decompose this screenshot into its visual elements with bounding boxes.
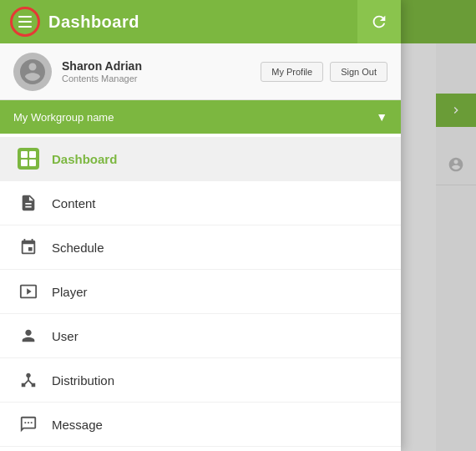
dropdown-arrow-icon: ▼ (376, 110, 387, 124)
menu-label-schedule: Schedule (52, 241, 104, 255)
user-info: Sharon Adrian Contents Manager (62, 59, 261, 84)
menu-label-dashboard: Dashboard (52, 152, 117, 166)
menu-label-user: User (52, 329, 78, 343)
menu-item-schedule[interactable]: Schedule (0, 226, 401, 270)
user-profile-section: Sharon Adrian Contents Manager My Profil… (0, 43, 401, 100)
menu-item-setting[interactable]: Setting (0, 447, 401, 451)
avatar (13, 53, 52, 91)
dropdown-page-title: Dashboard (48, 13, 139, 32)
schedule-icon (17, 236, 40, 259)
dropdown-panel: Dashboard Sharon Adrian Contents Manager… (0, 0, 401, 451)
menu-item-content[interactable]: Content (0, 181, 401, 226)
workgroup-dropdown-label: My Workgroup name (13, 111, 114, 124)
user-role: Contents Manager (62, 73, 261, 84)
reload-button[interactable] (357, 0, 401, 43)
menu-item-player[interactable]: Player (0, 270, 401, 314)
profile-actions: My Profile Sign Out (261, 62, 387, 82)
menu-label-distribution: Distribution (52, 373, 114, 388)
dropdown-header: Dashboard (0, 0, 401, 43)
dashboard-icon (17, 147, 40, 170)
sign-out-button[interactable]: Sign Out (330, 62, 387, 82)
content-icon (17, 191, 40, 215)
user-name: Sharon Adrian (62, 59, 261, 73)
player-icon (17, 280, 40, 303)
menu-label-content: Content (52, 196, 96, 210)
menu-item-message[interactable]: Message (0, 403, 401, 447)
message-icon (17, 413, 40, 436)
distribution-icon (17, 368, 40, 392)
menu-item-user[interactable]: User (0, 314, 401, 358)
menu-item-distribution[interactable]: Distribution (0, 358, 401, 403)
user-icon (17, 324, 40, 347)
menu-list: Dashboard Content Schedule Player (0, 134, 401, 451)
menu-label-player: Player (52, 285, 88, 299)
dropdown-hamburger-button[interactable] (10, 7, 40, 37)
my-profile-button[interactable]: My Profile (261, 62, 323, 82)
menu-item-dashboard[interactable]: Dashboard (0, 137, 401, 181)
workgroup-dropdown-row[interactable]: My Workgroup name ▼ (0, 100, 401, 134)
menu-label-message: Message (52, 418, 103, 432)
